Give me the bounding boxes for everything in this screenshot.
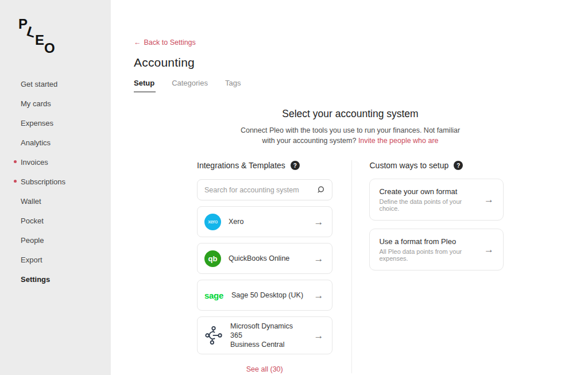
page-title: Accounting xyxy=(134,56,588,69)
sidebar-item-export[interactable]: Export xyxy=(0,250,111,270)
arrow-right-icon: → xyxy=(314,254,324,264)
tab-bar: Setup Categories Tags xyxy=(134,79,588,92)
tab-setup[interactable]: Setup xyxy=(134,79,154,92)
accounting-search xyxy=(197,179,332,200)
integration-row-xero[interactable]: xero Xero → xyxy=(197,206,332,237)
arrow-right-icon: → xyxy=(484,245,494,254)
back-to-settings-link[interactable]: ← Back to Settings xyxy=(134,38,196,47)
integration-row-dynamics365[interactable]: Microsoft Dynamics 365 Business Central … xyxy=(197,316,332,354)
sidebar: P L E O Get started My cards Expenses An… xyxy=(0,0,111,375)
sidebar-item-wallet[interactable]: Wallet xyxy=(0,192,111,211)
sidebar-item-people[interactable]: People xyxy=(0,231,111,250)
create-own-format-card[interactable]: Create your own format Define the data p… xyxy=(369,179,504,221)
integrations-title: Integrations & Templates xyxy=(197,161,285,170)
sidebar-item-subscriptions[interactable]: Subscriptions xyxy=(0,172,111,192)
custom-setup-help-icon[interactable]: ? xyxy=(454,161,463,170)
arrow-right-icon: → xyxy=(314,217,324,227)
integration-row-quickbooks[interactable]: qb QuickBooks Online → xyxy=(197,243,332,274)
sidebar-item-expenses[interactable]: Expenses xyxy=(0,114,111,133)
notification-dot xyxy=(14,160,17,163)
arrow-right-icon: → xyxy=(314,331,324,341)
pleo-format-card[interactable]: Use a format from Pleo All Pleo data poi… xyxy=(369,229,504,270)
section-heading: Select your accounting system xyxy=(197,108,504,120)
sidebar-item-analytics[interactable]: Analytics xyxy=(0,133,111,153)
integration-row-sage[interactable]: sage Sage 50 Desktop (UK) → xyxy=(197,280,332,311)
sidebar-item-invoices[interactable]: Invoices xyxy=(0,153,111,172)
tab-categories[interactable]: Categories xyxy=(172,79,208,92)
notification-dot xyxy=(14,180,17,183)
arrow-right-icon: → xyxy=(484,195,494,204)
arrow-right-icon: → xyxy=(314,291,324,300)
column-divider xyxy=(351,160,352,373)
back-arrow-icon: ← xyxy=(134,38,141,47)
search-input[interactable] xyxy=(204,186,316,194)
sage-icon: sage xyxy=(204,291,224,300)
app-window: P L E O Get started My cards Expenses An… xyxy=(0,0,588,375)
sidebar-nav: Get started My cards Expenses Analytics … xyxy=(0,75,111,289)
invite-people-link[interactable]: Invite the people who are xyxy=(358,137,439,145)
xero-icon: xero xyxy=(204,214,221,230)
see-all-link[interactable]: See all (30) xyxy=(197,365,332,373)
tab-tags[interactable]: Tags xyxy=(225,79,241,92)
custom-setup-title: Custom ways to setup xyxy=(369,161,448,170)
section-subtitle: Connect Pleo with the tools you use to r… xyxy=(197,125,504,146)
accounting-setup-section: Select your accounting system Connect Pl… xyxy=(197,108,504,373)
integrations-column: Integrations & Templates ? xero Xero xyxy=(197,160,332,373)
pleo-logo: P L E O xyxy=(17,15,57,53)
custom-setup-column: Custom ways to setup ? Create your own f… xyxy=(369,160,504,373)
sidebar-item-pocket[interactable]: Pocket xyxy=(0,211,111,231)
sidebar-item-get-started[interactable]: Get started xyxy=(0,75,111,94)
setup-columns: Integrations & Templates ? xero Xero xyxy=(197,160,504,373)
dynamics365-icon xyxy=(204,326,223,345)
search-icon xyxy=(316,185,325,194)
integrations-help-icon[interactable]: ? xyxy=(291,161,300,170)
sidebar-item-settings[interactable]: Settings xyxy=(0,270,111,289)
sidebar-item-my-cards[interactable]: My cards xyxy=(0,94,111,114)
main-content: ← Back to Settings Accounting Setup Cate… xyxy=(111,0,588,375)
quickbooks-icon: qb xyxy=(204,250,221,267)
